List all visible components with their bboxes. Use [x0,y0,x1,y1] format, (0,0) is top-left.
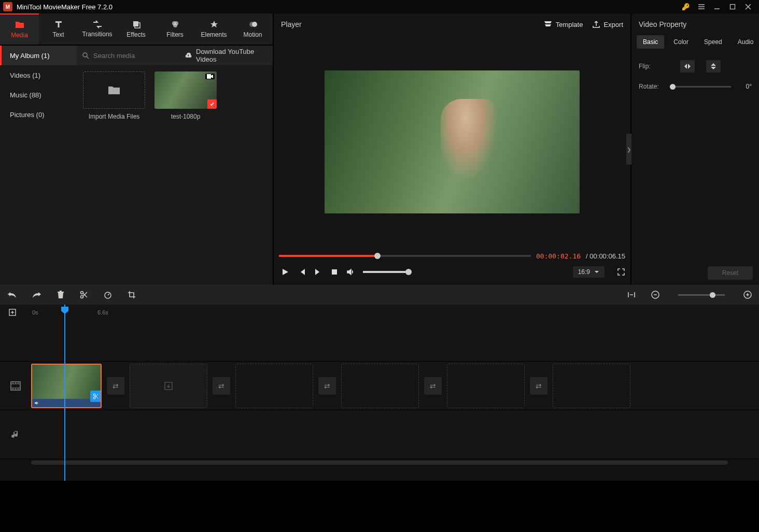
timeline-clip[interactable] [31,364,102,408]
volume-slider[interactable] [363,271,412,273]
svg-point-5 [173,23,177,27]
album-item-videos[interactable]: Videos (1) [0,65,77,85]
import-label: Import Media Files [83,113,145,120]
timeline-ruler[interactable]: 0s 6.6s [0,305,759,320]
empty-clip-slot[interactable] [235,364,313,408]
tool-tabs: Media Text Transitions Effects [0,13,273,46]
redo-button[interactable] [32,291,41,298]
panel-expand-handle[interactable]: ❯ [626,134,631,165]
tab-elements[interactable]: Elements [194,13,233,45]
album-sidebar: My Album (1) Videos (1) Music (88) Pictu… [0,46,77,285]
property-tab-audio[interactable]: Audio [732,35,759,49]
tab-label: Elements [201,31,227,38]
volume-icon[interactable] [346,268,355,276]
export-icon [592,20,600,28]
tab-label: Text [52,31,64,38]
transition-slot[interactable]: ⇄ [107,377,124,395]
folder-add-icon [107,84,121,96]
timeline-scrollbar[interactable] [31,461,728,465]
template-button[interactable]: Template [543,20,583,28]
album-item-music[interactable]: Music (88) [0,85,77,105]
overlay-track[interactable] [0,320,759,362]
fit-timeline-button[interactable] [627,291,636,298]
video-preview[interactable] [274,35,630,249]
player-header: Player Template Export [274,13,630,35]
player-title: Player [281,20,302,28]
tab-media[interactable]: Media [0,13,39,45]
close-icon[interactable] [740,0,756,13]
scrub-thumb[interactable] [374,253,381,259]
empty-clip-slot[interactable] [341,364,419,408]
add-track-button[interactable] [8,308,19,317]
ruler-tick: 6.6s [97,309,108,315]
export-button[interactable]: Export [592,20,623,28]
license-key-icon[interactable] [678,0,694,13]
album-item-myalbum[interactable]: My Album (1) [0,46,77,65]
video-property-panel: ❯ Video Property Basic Color Speed Audio… [631,13,759,285]
zoom-slider[interactable] [678,294,725,296]
svg-point-7 [249,22,255,27]
fullscreen-button[interactable] [617,268,625,276]
transition-slot[interactable]: ⇄ [530,377,547,395]
video-track[interactable]: ⇄ ⇄ ⇄ ⇄ ⇄ [0,362,759,410]
tab-text[interactable]: Text [39,13,78,45]
audio-track-icon [0,430,31,439]
empty-clip-slot[interactable] [447,364,525,408]
flip-vertical-button[interactable] [706,60,721,73]
aspect-ratio-select[interactable]: 16:9 [573,266,605,278]
audio-track[interactable] [0,410,759,459]
scrub-bar[interactable] [279,255,531,257]
current-time: 00:00:02.16 [536,252,581,260]
maximize-icon[interactable] [725,0,740,13]
prev-frame-button[interactable] [298,268,306,276]
import-media-tile[interactable]: Import Media Files [83,71,145,120]
undo-button[interactable] [7,291,17,298]
zoom-out-button[interactable] [651,291,659,299]
stop-button[interactable] [331,268,338,276]
media-clip-tile[interactable]: ✔ test-1080p [154,71,217,120]
svg-rect-9 [207,74,211,79]
flip-horizontal-button[interactable] [680,60,695,73]
text-icon [54,20,63,29]
property-tab-speed[interactable]: Speed [698,35,728,49]
empty-clip-slot[interactable] [553,364,630,408]
minimize-icon[interactable] [709,0,725,13]
tab-filters[interactable]: Filters [156,13,194,45]
cloud-download-icon [185,52,193,59]
search-icon [82,52,89,59]
zoom-in-button[interactable] [743,291,752,299]
flip-label: Flip: [639,63,665,70]
delete-button[interactable] [57,291,64,299]
search-input[interactable] [93,52,180,60]
transition-slot[interactable]: ⇄ [424,377,442,395]
download-label: Download YouTube Videos [196,48,268,63]
transition-slot[interactable]: ⇄ [213,377,230,395]
elements-icon [209,20,219,29]
download-youtube-button[interactable]: Download YouTube Videos [185,48,268,63]
clip-label: test-1080p [154,113,217,120]
property-tab-basic[interactable]: Basic [637,35,664,49]
crop-button[interactable] [128,291,136,299]
chevron-down-icon [594,270,599,274]
album-item-pictures[interactable]: Pictures (0) [0,105,77,124]
tab-effects[interactable]: Effects [117,13,156,45]
property-tab-color[interactable]: Color [667,35,695,49]
playhead[interactable] [64,305,65,481]
next-frame-button[interactable] [314,268,322,276]
tab-label: Motion [243,31,262,38]
tab-label: Effects [126,31,145,38]
play-button[interactable] [281,268,289,276]
rotate-slider[interactable] [670,86,731,88]
reset-button[interactable]: Reset [708,266,753,280]
ruler-tick: 0s [32,309,38,315]
tab-motion[interactable]: Motion [233,13,272,45]
speed-button[interactable] [104,291,112,299]
clip-split-icon[interactable] [90,391,102,402]
split-button[interactable] [80,291,88,299]
empty-clip-slot[interactable] [130,364,207,408]
transition-slot[interactable]: ⇄ [318,377,336,395]
tab-transitions[interactable]: Transitions [78,13,117,45]
svg-rect-0 [730,5,735,9]
svg-point-8 [83,53,87,57]
hamburger-menu-icon[interactable] [694,0,709,13]
